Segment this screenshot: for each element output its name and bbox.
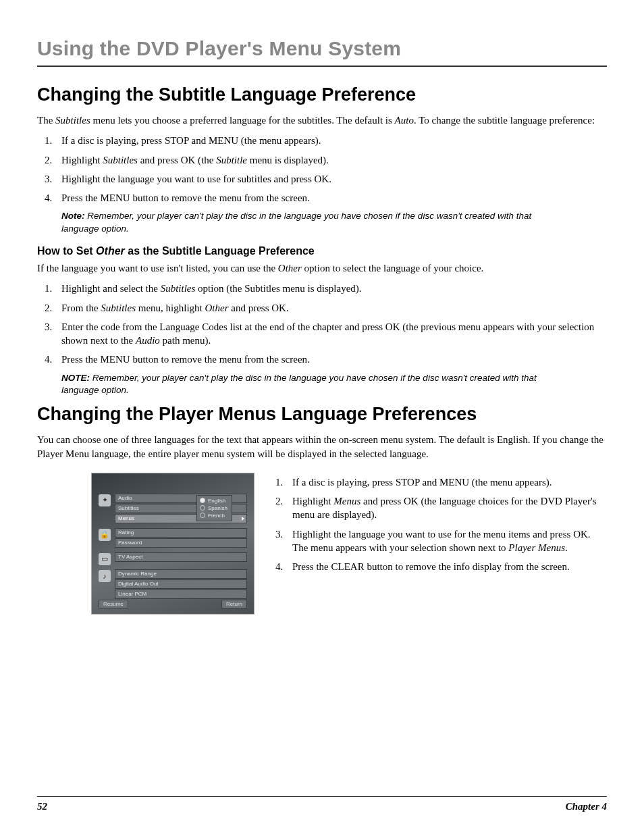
- em: Other: [205, 303, 229, 313]
- menu-item-digital-audio: Digital Audio Out: [115, 579, 247, 589]
- text: as the Subtitle Language Preference: [125, 245, 315, 257]
- step-item: Highlight and select the Subtitles optio…: [55, 282, 607, 295]
- intro-paragraph: You can choose one of three languages fo…: [37, 433, 607, 461]
- steps-list: If a disc is playing, press STOP and MEN…: [271, 475, 607, 574]
- text: and press OK (the: [138, 155, 216, 165]
- tv-icon: ▭: [99, 553, 111, 565]
- step-item: Press the MENU button to remove the menu…: [55, 353, 607, 366]
- return-button: Return: [221, 600, 247, 608]
- em: Audio: [136, 335, 160, 346]
- step-item: Highlight the language you want to use f…: [286, 527, 607, 555]
- step-item: Highlight the language you want to use f…: [55, 172, 607, 186]
- text: Highlight and select the: [61, 283, 161, 294]
- text: option to select the language of your ch…: [302, 263, 484, 273]
- text: From the: [61, 303, 101, 313]
- em: Menus: [333, 496, 360, 506]
- text: . To change the subtitle language prefer…: [414, 115, 595, 126]
- globe-icon: ✦: [99, 494, 111, 506]
- menu-item-dynamic: Dynamic Range: [115, 569, 247, 579]
- text: Highlight: [61, 155, 103, 165]
- text: English: [208, 498, 225, 504]
- menu-item-tvaspect: TV Aspect: [115, 552, 247, 562]
- step-item: Highlight Subtitles and press OK (the Su…: [55, 153, 607, 167]
- lang-french: French: [200, 512, 227, 519]
- menu-item-linear-pcm: Linear PCM: [115, 590, 247, 599]
- note-label: NOTE:: [61, 373, 90, 383]
- em: Subtitles: [101, 303, 136, 313]
- page-header: Using the DVD Player's Menu System: [37, 37, 607, 67]
- menu-item-rating: Rating: [115, 528, 247, 538]
- step-item: Enter the code from the Language Codes l…: [55, 320, 607, 348]
- page-footer: 52 Chapter 4: [37, 796, 607, 812]
- step-item: If a disc is playing, press STOP and MEN…: [286, 475, 607, 489]
- step-item: If a disc is playing, press STOP and MEN…: [55, 134, 607, 147]
- note-block: Note: Remember, your player can't play t…: [61, 210, 547, 236]
- text: menu lets you choose a preferred languag…: [90, 115, 395, 126]
- em: Subtitles: [103, 155, 138, 165]
- intro-paragraph: The Subtitles menu lets you choose a pre…: [37, 113, 607, 127]
- steps-list: If a disc is playing, press STOP and MEN…: [37, 134, 607, 205]
- text: path menu).: [160, 335, 211, 346]
- text: and press OK.: [229, 303, 289, 313]
- text: Spanish: [208, 505, 227, 511]
- em: Subtitles: [161, 283, 196, 294]
- note-text: Remember, your player can't play the dis…: [61, 211, 531, 234]
- subsection-title-other: How to Set Other as the Subtitle Languag…: [37, 245, 607, 257]
- note-label: Note:: [61, 211, 85, 221]
- em: Other: [96, 245, 125, 257]
- text: The: [37, 115, 55, 126]
- text: If the language you want to use isn't li…: [37, 263, 278, 273]
- intro-paragraph: If the language you want to use isn't li…: [37, 261, 607, 275]
- em: Player Menus: [508, 542, 565, 553]
- step-item: Press the MENU button to remove the menu…: [55, 191, 607, 205]
- page-number: 52: [37, 801, 47, 812]
- note-block: NOTE: Remember, your player can't play t…: [61, 372, 547, 398]
- em: Subtitle: [216, 155, 247, 165]
- steps-list: Highlight and select the Subtitles optio…: [37, 282, 607, 366]
- text: .: [565, 542, 568, 553]
- speaker-icon: ♪: [99, 570, 111, 582]
- lang-spanish: Spanish: [200, 504, 227, 512]
- lock-icon: 🔒: [99, 529, 111, 541]
- chapter-label: Chapter 4: [566, 801, 607, 812]
- em: Other: [278, 263, 302, 273]
- em: Subtitles: [55, 115, 90, 126]
- language-popup: English Spanish French: [196, 495, 232, 521]
- text: option (the Subtitles menu is displayed)…: [195, 283, 361, 294]
- menu-item-password: Password: [115, 538, 247, 548]
- text: How to Set: [37, 245, 96, 257]
- lang-english: English: [200, 497, 227, 504]
- section-title-subtitle-lang: Changing the Subtitle Language Preferenc…: [37, 84, 607, 105]
- step-item: From the Subtitles menu, highlight Other…: [55, 301, 607, 315]
- text: menu, highlight: [136, 303, 205, 313]
- step-item: Highlight Menus and press OK (the langua…: [286, 494, 607, 522]
- menu-screenshot: ✦ Audio Subtitles Menus 🔒 Rating Passwor…: [91, 473, 254, 615]
- section-title-player-menus: Changing the Player Menus Language Prefe…: [37, 404, 607, 425]
- note-text: Remember, your player can't play the dis…: [61, 373, 537, 396]
- text: Highlight: [292, 496, 333, 506]
- resume-button: Resume: [99, 600, 128, 608]
- text: menu is displayed).: [247, 155, 329, 165]
- text: French: [208, 513, 225, 519]
- em: Auto: [395, 115, 414, 126]
- step-item: Press the CLEAR button to remove the inf…: [286, 560, 607, 573]
